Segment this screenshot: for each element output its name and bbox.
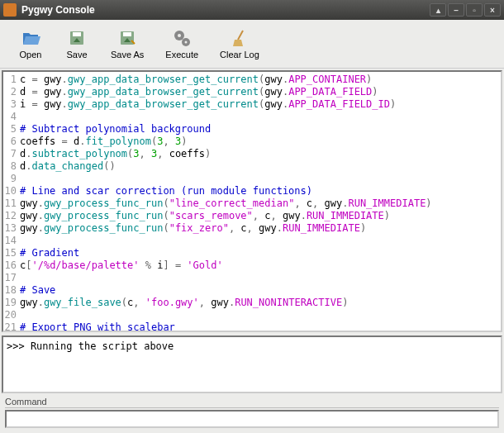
- code-content: gwy.gwy_process_func_run("fix_zero", c, …: [20, 222, 501, 235]
- code-content: [20, 111, 501, 123]
- line-number: 11: [3, 197, 20, 210]
- code-content: d.subtract_polynom(3, 3, coeffs): [20, 148, 501, 160]
- svg-rect-1: [73, 32, 81, 36]
- line-number: 2: [3, 86, 20, 98]
- code-line: 13gwy.gwy_process_func_run("fix_zero", c…: [3, 222, 501, 235]
- code-line: 3i = gwy.gwy_app_data_browser_get_curren…: [3, 98, 501, 111]
- code-content: [20, 173, 501, 185]
- clearlog-label: Clear Log: [220, 50, 259, 59]
- code-content: gwy.gwy_process_func_run("scars_remove",…: [20, 210, 501, 222]
- code-line: 11gwy.gwy_process_func_run("line_correct…: [3, 197, 501, 210]
- code-line: 15# Gradient: [3, 247, 501, 259]
- gears-icon: [172, 28, 192, 48]
- code-content: gwy.gwy_file_save(c, 'foo.gwy', gwy.RUN_…: [20, 297, 501, 309]
- rollup-button[interactable]: ▴: [430, 3, 446, 17]
- code-content: c['/%d/base/palette' % i] = 'Gold': [20, 259, 501, 272]
- line-number: 14: [3, 235, 20, 247]
- command-label: Command: [5, 397, 499, 408]
- broom-icon: [230, 28, 250, 48]
- code-content: d.data_changed(): [20, 160, 501, 173]
- line-number: 17: [3, 272, 20, 284]
- save-label: Save: [66, 50, 87, 59]
- saveas-label: Save As: [111, 50, 144, 59]
- saveas-button[interactable]: Save As: [102, 25, 152, 63]
- code-line: 6coeffs = d.fit_polynom(3, 3): [3, 136, 501, 148]
- code-content: c = gwy.gwy_app_data_browser_get_current…: [20, 74, 501, 86]
- clearlog-button[interactable]: Clear Log: [212, 25, 268, 63]
- save-icon: [67, 28, 87, 48]
- line-number: 12: [3, 210, 20, 222]
- code-content: # Line and scar correction (run module f…: [20, 185, 501, 197]
- line-number: 16: [3, 259, 20, 272]
- line-number: 15: [3, 247, 20, 259]
- code-content: # Export PNG with scalebar: [20, 321, 501, 332]
- code-line: 2d = gwy.gwy_app_data_browser_get_curren…: [3, 86, 501, 98]
- code-line: 20: [3, 309, 501, 321]
- line-number: 5: [3, 123, 20, 136]
- code-line: 21# Export PNG with scalebar: [3, 321, 501, 332]
- svg-rect-3: [123, 32, 131, 36]
- code-line: 7d.subtract_polynom(3, 3, coeffs): [3, 148, 501, 160]
- code-content: [20, 272, 501, 284]
- code-line: 18# Save: [3, 284, 501, 297]
- line-number: 4: [3, 111, 20, 123]
- code-content: # Gradient: [20, 247, 501, 259]
- maximize-button[interactable]: ▫: [466, 3, 483, 17]
- code-line: 14: [3, 235, 501, 247]
- code-line: 9: [3, 173, 501, 185]
- line-number: 18: [3, 284, 20, 297]
- open-icon: [21, 28, 40, 48]
- code-line: 10# Line and scar correction (run module…: [3, 185, 501, 197]
- command-input[interactable]: [5, 410, 499, 428]
- code-line: 8d.data_changed(): [3, 160, 501, 173]
- window-title: Pygwy Console: [21, 4, 428, 16]
- line-number: 19: [3, 297, 20, 309]
- execute-button[interactable]: Execute: [157, 25, 207, 63]
- svg-point-5: [178, 34, 181, 37]
- open-label: Open: [20, 50, 42, 59]
- execute-label: Execute: [165, 50, 198, 59]
- minimize-button[interactable]: –: [448, 3, 464, 17]
- app-icon: [3, 3, 17, 17]
- close-button[interactable]: ×: [484, 3, 501, 17]
- code-line: 1c = gwy.gwy_app_data_browser_get_curren…: [3, 74, 501, 86]
- line-number: 9: [3, 173, 20, 185]
- command-section: Command: [0, 395, 504, 433]
- code-content: # Subtract polynomial background: [20, 123, 501, 136]
- toolbar: Open Save Save As Execute Clear Log: [0, 20, 504, 69]
- line-number: 20: [3, 309, 20, 321]
- line-number: 3: [3, 98, 20, 111]
- code-content: coeffs = d.fit_polynom(3, 3): [20, 136, 501, 148]
- code-line: 4: [3, 111, 501, 123]
- output-text: >>> Running the script above: [7, 340, 174, 352]
- code-line: 17: [3, 272, 501, 284]
- line-number: 13: [3, 222, 20, 235]
- line-number: 10: [3, 185, 20, 197]
- save-button[interactable]: Save: [56, 25, 97, 63]
- line-number: 21: [3, 321, 20, 332]
- code-content: gwy.gwy_process_func_run("line_correct_m…: [20, 197, 501, 210]
- output-log[interactable]: >>> Running the script above: [2, 335, 502, 393]
- code-line: 12gwy.gwy_process_func_run("scars_remove…: [3, 210, 501, 222]
- saveas-icon: [117, 28, 137, 48]
- code-content: [20, 309, 501, 321]
- line-number: 6: [3, 136, 20, 148]
- line-number: 8: [3, 160, 20, 173]
- code-editor[interactable]: 1c = gwy.gwy_app_data_browser_get_curren…: [2, 70, 502, 332]
- line-number: 1: [3, 74, 20, 86]
- code-line: 19gwy.gwy_file_save(c, 'foo.gwy', gwy.RU…: [3, 297, 501, 309]
- code-content: i = gwy.gwy_app_data_browser_get_current…: [20, 98, 501, 111]
- svg-point-7: [185, 41, 188, 44]
- line-number: 7: [3, 148, 20, 160]
- code-line: 16c['/%d/base/palette' % i] = 'Gold': [3, 259, 501, 272]
- code-content: # Save: [20, 284, 501, 297]
- open-button[interactable]: Open: [10, 25, 51, 63]
- code-line: 5# Subtract polynomial background: [3, 123, 501, 136]
- code-content: [20, 235, 501, 247]
- code-content: d = gwy.gwy_app_data_browser_get_current…: [20, 86, 501, 98]
- window-titlebar: Pygwy Console ▴ – ▫ ×: [0, 0, 504, 20]
